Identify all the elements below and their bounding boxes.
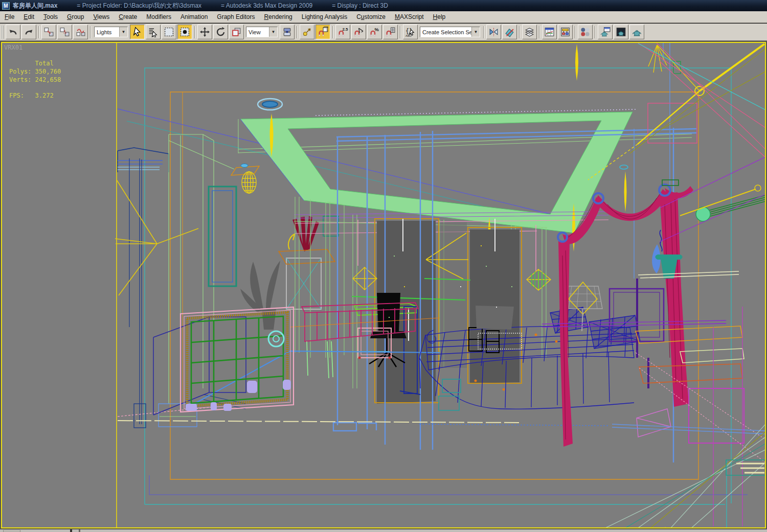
chevron-down-icon: ▼ <box>269 27 277 37</box>
svg-text:ABC: ABC <box>405 34 412 37</box>
snap-percent-icon: % <box>369 27 380 37</box>
rendered-frame-window-button[interactable] <box>614 25 628 39</box>
select-and-move-button[interactable] <box>197 25 212 39</box>
material-editor-button[interactable] <box>578 25 593 39</box>
left-wardrobe-wireframe <box>118 134 245 428</box>
menu-graph-editors[interactable]: Graph Editors <box>212 12 259 22</box>
percent-snap-toggle-button[interactable]: % <box>367 25 382 39</box>
file-name: 客房单人间.max <box>13 2 57 10</box>
spinner-snap-toggle-button[interactable] <box>383 25 398 39</box>
chevron-down-icon: ▼ <box>119 27 127 37</box>
toolbar-separator <box>595 26 596 38</box>
select-and-manipulate-button[interactable] <box>300 25 314 39</box>
select-by-name-icon <box>148 27 159 37</box>
svg-text:%: % <box>375 27 379 32</box>
svg-text:2.5: 2.5 <box>342 27 348 32</box>
use-pivot-point-center-button[interactable] <box>280 25 295 39</box>
toolbar-separator <box>38 26 39 38</box>
render-setup-icon <box>600 27 611 37</box>
bind-to-spacewarp-button[interactable] <box>73 25 88 39</box>
select-by-name-button[interactable] <box>146 25 161 39</box>
toolbar-separator <box>519 26 520 38</box>
menu-views[interactable]: Views <box>88 12 114 22</box>
window-crossing-toggle-button[interactable] <box>177 25 192 39</box>
perspective-viewport[interactable]: VRX01 TotalPolys: 350,760Verts: 242,658F… <box>1 42 766 528</box>
align-button[interactable] <box>502 25 517 39</box>
rect-region-icon <box>164 27 174 37</box>
selection-filter-combo-value: Lights <box>95 29 119 35</box>
move-icon <box>199 27 210 37</box>
toolbar-drag-handle[interactable] <box>1 26 4 39</box>
title-bar[interactable]: M 客房单人间.max = Project Folder: D:\Backup\… <box>0 0 767 11</box>
menu-tools[interactable]: Tools <box>39 12 62 22</box>
toolbar-separator <box>539 26 540 38</box>
unlink-icon <box>59 27 70 37</box>
time-slider-handle[interactable] <box>3 530 20 532</box>
named-selection-set-combo-value: Create Selection Set <box>420 29 471 35</box>
select-and-scale-button[interactable] <box>229 25 244 39</box>
menu-lighting-analysis[interactable]: Lighting Analysis <box>297 12 352 22</box>
menu-customize[interactable]: Customize <box>352 12 390 22</box>
viewport-name-label[interactable]: VRX01 <box>4 44 22 51</box>
toolbar-separator <box>90 26 91 38</box>
menu-bar: FileEditToolsGroupViewsCreateModifiersAn… <box>0 11 767 23</box>
render-setup-button[interactable] <box>598 25 613 39</box>
curve-editor-button[interactable] <box>542 25 557 39</box>
quick-render-icon <box>631 27 642 37</box>
scale-icon <box>231 27 242 37</box>
undo-button[interactable] <box>6 25 20 39</box>
select-object-button[interactable] <box>130 25 145 39</box>
menu-maxscript[interactable]: MAXScript <box>390 12 428 22</box>
viewport-stat-line: FPS: 3.272 <box>9 91 61 100</box>
snap-angle-icon <box>353 27 364 37</box>
toolbar-separator <box>194 26 195 38</box>
mirror-button[interactable] <box>486 25 501 39</box>
schematic-view-button[interactable] <box>558 25 573 39</box>
named-selection-set-combo[interactable]: Create Selection Set▼ <box>420 27 480 37</box>
unlink-selection-button[interactable] <box>57 25 72 39</box>
selection-filter-combo[interactable]: Lights▼ <box>94 27 128 37</box>
menu-file[interactable]: File <box>0 12 19 22</box>
mirror-icon <box>488 27 499 37</box>
snaps-toggle-25d-button[interactable]: 2.5 <box>335 25 350 39</box>
mirror-frame <box>286 258 321 309</box>
edit-named-selection-sets-button[interactable]: {}ABC <box>403 25 418 39</box>
rotate-icon <box>215 27 226 37</box>
redo-button[interactable] <box>21 25 36 39</box>
menu-create[interactable]: Create <box>114 12 142 22</box>
timeline-mark <box>79 529 80 532</box>
snap-3d-icon <box>318 27 328 37</box>
layers-icon <box>524 27 535 37</box>
viewport-stat-line <box>9 84 61 91</box>
toolbar-separator <box>483 26 484 38</box>
link-icon <box>43 27 54 37</box>
pendant-lamp <box>231 164 259 194</box>
shelf-vase-group <box>638 230 739 279</box>
select-and-link-button[interactable] <box>41 25 56 39</box>
toolbar-separator <box>575 26 576 38</box>
menu-help[interactable]: Help <box>428 12 450 22</box>
angle-snap-toggle-button[interactable] <box>351 25 366 39</box>
timeline-mark <box>70 529 72 532</box>
layer-manager-button[interactable] <box>522 25 537 39</box>
menu-modifiers[interactable]: Modifiers <box>142 12 176 22</box>
menu-edit[interactable]: Edit <box>19 12 39 22</box>
viewport-frame: VRX01 TotalPolys: 350,760Verts: 242,658F… <box>0 41 767 529</box>
pivot-center-icon <box>282 27 292 37</box>
app-version-text: = Autodesk 3ds Max Design 2009 <box>221 2 312 9</box>
menu-group[interactable]: Group <box>62 12 88 22</box>
rendered-frame-icon <box>616 27 626 37</box>
chevron-down-icon: ▼ <box>471 27 480 37</box>
menu-animation[interactable]: Animation <box>176 12 212 22</box>
select-and-rotate-button[interactable] <box>213 25 228 39</box>
viewport-stat-line: Verts: 242,658 <box>9 76 61 84</box>
reference-coordinate-system-combo-value: View <box>246 29 269 35</box>
main-toolbar: Lights▼View▼2.5%{}ABCCreate Selection Se… <box>0 24 767 41</box>
snaps-toggle-3d-button[interactable] <box>315 25 330 39</box>
menu-rendering[interactable]: Rendering <box>259 12 297 22</box>
timeline-strip[interactable] <box>0 529 767 532</box>
reference-coordinate-system-combo[interactable]: View▼ <box>246 27 278 37</box>
floor-lines <box>118 421 765 528</box>
rectangular-selection-region-button[interactable] <box>162 25 176 39</box>
quick-render-button[interactable] <box>629 25 644 39</box>
